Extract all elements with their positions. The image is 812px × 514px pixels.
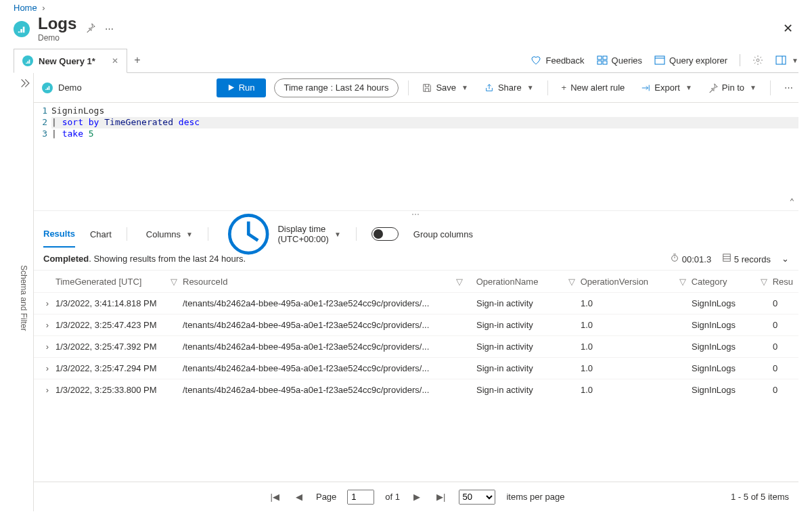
stopwatch-icon <box>670 253 679 262</box>
resize-handle[interactable]: ⋯ <box>34 211 798 220</box>
divider <box>547 80 548 95</box>
run-button[interactable]: Run <box>217 78 266 97</box>
cell-result: 0 <box>773 298 793 308</box>
tab-chart[interactable]: Chart <box>90 220 112 248</box>
table-row[interactable]: ›1/3/2022, 3:25:47.392 PM/tenants/4b2462… <box>34 335 798 357</box>
group-columns-label: Group columns <box>413 229 473 239</box>
expand-row-icon[interactable]: › <box>39 298 55 308</box>
status-text: . Showing results from the last 24 hours… <box>89 254 246 264</box>
filter-icon[interactable]: ▽ <box>171 277 183 287</box>
scope-label: Demo <box>58 83 82 93</box>
divider <box>408 80 409 95</box>
per-page-select[interactable]: 50 <box>459 490 495 505</box>
expand-rail-icon[interactable] <box>18 77 30 89</box>
cell-result: 0 <box>773 320 793 330</box>
scope-selector[interactable]: Demo <box>37 83 87 93</box>
expand-row-icon[interactable]: › <box>39 363 55 373</box>
page-input[interactable] <box>347 490 374 505</box>
table-row[interactable]: ›1/3/2022, 3:25:33.800 PM/tenants/4b2462… <box>34 379 798 400</box>
expand-status-icon[interactable]: ⌄ <box>782 254 789 264</box>
time-range-label: Time range : <box>284 83 334 93</box>
share-button[interactable]: Share▼ <box>480 83 538 93</box>
table-row[interactable]: ›1/3/2022, 3:25:47.294 PM/tenants/4b2462… <box>34 357 798 379</box>
svg-rect-10 <box>723 254 731 262</box>
divider <box>208 227 208 241</box>
grid-header: TimeGenerated [UTC]▽ ResourceId▽ Operati… <box>34 271 798 292</box>
columns-button[interactable]: Columns▼ <box>142 229 193 239</box>
table-row[interactable]: ›1/3/2022, 3:25:47.423 PM/tenants/4b2462… <box>34 314 798 335</box>
query-tab[interactable]: New Query 1* ✕ <box>14 49 127 73</box>
results-tabs: Results Chart Columns▼ Display time (UTC… <box>34 220 798 248</box>
cell-resource: /tenants/4b2462a4-bbee-495a-a0e1-f23ae52… <box>183 342 476 352</box>
col-category[interactable]: Category▽ <box>692 277 773 287</box>
filter-icon[interactable]: ▽ <box>568 277 581 287</box>
add-tab-button[interactable]: + <box>127 48 148 72</box>
breadcrumb-home[interactable]: Home <box>14 3 37 13</box>
feedback-label: Feedback <box>545 55 584 66</box>
feedback-button[interactable]: Feedback <box>531 55 584 66</box>
settings-icon[interactable] <box>752 55 763 66</box>
side-rail-label[interactable]: Schema and Filter <box>19 265 28 331</box>
query-explorer-button[interactable]: Query explorer <box>654 55 727 66</box>
col-operation[interactable]: OperationName▽ <box>476 277 581 287</box>
code-line: | sort by TimeGenerated desc <box>51 117 798 128</box>
more-actions-icon[interactable]: ⋯ <box>780 83 798 93</box>
collapse-editor-icon[interactable]: ⌃ <box>790 197 794 206</box>
close-tab-icon[interactable]: ✕ <box>112 56 118 66</box>
expand-row-icon[interactable]: › <box>39 342 55 352</box>
divider <box>127 227 127 241</box>
col-result[interactable]: Resu <box>773 277 793 287</box>
workspace: Schema and Filter Demo Run Time range : … <box>0 73 812 511</box>
code-line: | take 5 <box>51 128 798 140</box>
panel-icon[interactable]: ▼ <box>775 55 798 66</box>
filter-icon[interactable]: ▽ <box>761 277 773 287</box>
elapsed-time: 00:01.3 <box>670 253 711 264</box>
editor-code[interactable]: SigninLogs | sort by TimeGenerated desc … <box>51 103 798 210</box>
share-label: Share <box>498 83 522 93</box>
filter-icon[interactable]: ▽ <box>679 277 692 287</box>
play-icon <box>227 84 235 91</box>
expand-row-icon[interactable]: › <box>39 320 55 330</box>
close-button[interactable]: ✕ <box>777 18 798 39</box>
tab-results[interactable]: Results <box>43 220 75 248</box>
cell-result: 0 <box>773 342 793 352</box>
save-label: Save <box>436 83 456 93</box>
chevron-down-icon: ▼ <box>334 231 341 238</box>
group-columns-toggle[interactable] <box>371 227 399 241</box>
more-icon[interactable]: ⋯ <box>105 24 114 34</box>
svg-rect-3 <box>603 61 607 64</box>
page-title: Logs <box>38 14 76 33</box>
pin-to-button[interactable]: Pin to▼ <box>704 83 761 93</box>
table-row[interactable]: ›1/3/2022, 3:41:14.818 PM/tenants/4b2462… <box>34 292 798 314</box>
first-page-button[interactable]: |◀ <box>268 490 282 503</box>
chevron-down-icon: ▼ <box>750 84 757 91</box>
time-range-selector[interactable]: Time range : Last 24 hours <box>274 78 399 97</box>
record-count: 5 records <box>722 253 771 264</box>
last-page-button[interactable]: ▶| <box>434 490 448 503</box>
queries-button[interactable]: Queries <box>597 55 643 66</box>
save-button[interactable]: Save▼ <box>418 83 472 93</box>
cell-category: SignInLogs <box>692 298 773 308</box>
col-resource[interactable]: ResourceId▽ <box>183 277 476 287</box>
expand-row-icon[interactable]: › <box>39 385 55 395</box>
prev-page-button[interactable]: ◀ <box>293 490 305 503</box>
col-time[interactable]: TimeGenerated [UTC]▽ <box>55 277 183 287</box>
next-page-button[interactable]: ▶ <box>411 490 423 503</box>
export-button[interactable]: Export▼ <box>637 83 696 93</box>
cell-opversion: 1.0 <box>581 385 692 395</box>
pin-icon[interactable] <box>86 23 95 34</box>
col-opversion[interactable]: OperationVersion▽ <box>581 277 692 287</box>
cell-time: 1/3/2022, 3:41:14.818 PM <box>55 298 183 308</box>
page-total: of 1 <box>385 492 400 502</box>
pager: |◀ ◀ Page of 1 ▶ ▶| 50 items per page 1 … <box>34 482 798 511</box>
per-page-label: items per page <box>506 492 564 502</box>
new-alert-button[interactable]: + New alert rule <box>558 83 629 93</box>
pager-range: 1 - 5 of 5 items <box>731 492 789 502</box>
status-completed: Completed <box>43 254 89 264</box>
svg-rect-4 <box>655 56 664 64</box>
divider <box>770 80 771 95</box>
filter-icon[interactable]: ▽ <box>456 277 468 287</box>
query-tab-icon <box>22 55 33 66</box>
results-grid: TimeGenerated [UTC]▽ ResourceId▽ Operati… <box>34 270 798 400</box>
query-editor[interactable]: 1 2 3 SigninLogs | sort by TimeGenerated… <box>34 103 798 211</box>
